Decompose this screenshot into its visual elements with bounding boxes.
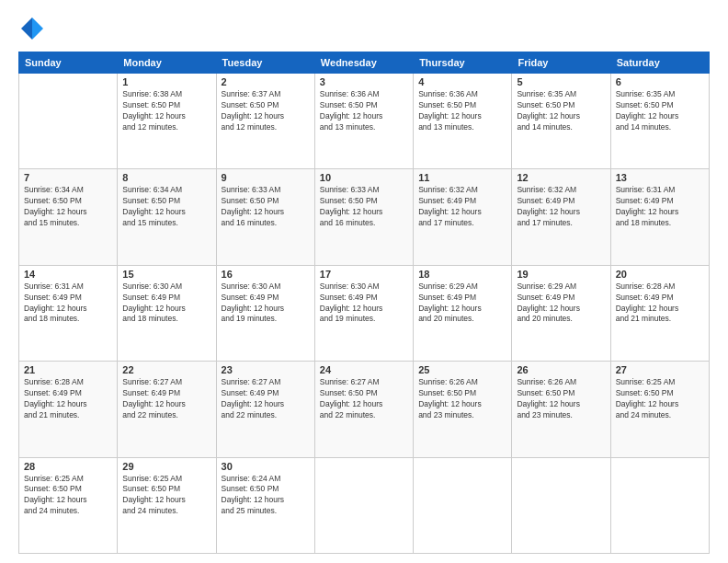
day-number: 23 [222,364,310,375]
calendar-cell: 17Sunrise: 6:30 AM Sunset: 6:49 PM Dayli… [314,265,413,361]
day-info: Sunrise: 6:36 AM Sunset: 6:50 PM Dayligh… [320,89,408,133]
day-header-thursday: Thursday [414,52,512,74]
day-header-tuesday: Tuesday [216,52,314,74]
day-number: 13 [616,172,704,183]
day-info: Sunrise: 6:37 AM Sunset: 6:50 PM Dayligh… [222,89,310,133]
day-info: Sunrise: 6:27 AM Sunset: 6:50 PM Dayligh… [320,377,408,421]
day-header-wednesday: Wednesday [314,52,413,74]
calendar-cell: 14Sunrise: 6:31 AM Sunset: 6:49 PM Dayli… [19,265,118,361]
calendar-week-1: 1Sunrise: 6:38 AM Sunset: 6:50 PM Daylig… [19,74,710,169]
day-number: 20 [616,269,704,280]
day-info: Sunrise: 6:35 AM Sunset: 6:50 PM Dayligh… [517,89,605,133]
day-info: Sunrise: 6:28 AM Sunset: 6:49 PM Dayligh… [24,377,112,421]
page: SundayMondayTuesdayWednesdayThursdayFrid… [0,0,728,563]
day-info: Sunrise: 6:31 AM Sunset: 6:49 PM Dayligh… [24,282,112,326]
calendar-cell: 7Sunrise: 6:34 AM Sunset: 6:50 PM Daylig… [19,169,118,265]
calendar-cell: 16Sunrise: 6:30 AM Sunset: 6:49 PM Dayli… [216,265,314,361]
day-number: 21 [24,364,112,375]
calendar-header-row: SundayMondayTuesdayWednesdayThursdayFrid… [19,52,710,74]
header [18,15,710,42]
day-number: 26 [517,364,605,375]
day-number: 25 [418,364,506,375]
calendar-week-5: 28Sunrise: 6:25 AM Sunset: 6:50 PM Dayli… [19,457,710,553]
day-number: 17 [320,269,408,280]
day-info: Sunrise: 6:30 AM Sunset: 6:49 PM Dayligh… [320,282,408,326]
day-info: Sunrise: 6:34 AM Sunset: 6:50 PM Dayligh… [24,185,112,229]
day-info: Sunrise: 6:24 AM Sunset: 6:50 PM Dayligh… [222,474,310,518]
svg-marker-1 [21,17,32,40]
day-info: Sunrise: 6:36 AM Sunset: 6:50 PM Dayligh… [418,89,506,133]
calendar-week-3: 14Sunrise: 6:31 AM Sunset: 6:49 PM Dayli… [19,265,710,361]
day-number: 28 [24,461,112,472]
day-info: Sunrise: 6:30 AM Sunset: 6:49 PM Dayligh… [222,282,310,326]
day-number: 6 [616,76,704,87]
calendar-cell: 6Sunrise: 6:35 AM Sunset: 6:50 PM Daylig… [610,74,709,169]
day-number: 11 [418,172,506,183]
day-info: Sunrise: 6:33 AM Sunset: 6:50 PM Dayligh… [222,185,310,229]
calendar-cell [19,74,118,169]
day-number: 30 [222,461,310,472]
day-number: 12 [517,172,605,183]
calendar-cell: 23Sunrise: 6:27 AM Sunset: 6:49 PM Dayli… [216,362,314,457]
calendar-cell: 3Sunrise: 6:36 AM Sunset: 6:50 PM Daylig… [314,74,413,169]
calendar-cell: 19Sunrise: 6:29 AM Sunset: 6:49 PM Dayli… [512,265,610,361]
day-header-sunday: Sunday [19,52,118,74]
day-header-friday: Friday [512,52,610,74]
day-number: 10 [320,172,408,183]
day-number: 5 [517,76,605,87]
day-number: 24 [320,364,408,375]
day-number: 18 [418,269,506,280]
calendar-cell [314,457,413,553]
day-info: Sunrise: 6:32 AM Sunset: 6:49 PM Dayligh… [418,185,506,229]
day-info: Sunrise: 6:25 AM Sunset: 6:50 PM Dayligh… [616,377,704,421]
calendar-cell: 13Sunrise: 6:31 AM Sunset: 6:49 PM Dayli… [610,169,709,265]
day-info: Sunrise: 6:25 AM Sunset: 6:50 PM Dayligh… [24,474,112,518]
calendar-cell: 1Sunrise: 6:38 AM Sunset: 6:50 PM Daylig… [118,74,216,169]
day-number: 7 [24,172,112,183]
calendar-cell: 29Sunrise: 6:25 AM Sunset: 6:50 PM Dayli… [118,457,216,553]
day-info: Sunrise: 6:28 AM Sunset: 6:49 PM Dayligh… [616,282,704,326]
calendar-cell [414,457,512,553]
calendar-week-2: 7Sunrise: 6:34 AM Sunset: 6:50 PM Daylig… [19,169,710,265]
day-number: 3 [320,76,408,87]
calendar-cell: 30Sunrise: 6:24 AM Sunset: 6:50 PM Dayli… [216,457,314,553]
calendar-cell: 15Sunrise: 6:30 AM Sunset: 6:49 PM Dayli… [118,265,216,361]
calendar-cell: 4Sunrise: 6:36 AM Sunset: 6:50 PM Daylig… [414,74,512,169]
calendar-cell [610,457,709,553]
calendar-cell: 9Sunrise: 6:33 AM Sunset: 6:50 PM Daylig… [216,169,314,265]
day-number: 4 [418,76,506,87]
day-header-saturday: Saturday [610,52,709,74]
day-info: Sunrise: 6:26 AM Sunset: 6:50 PM Dayligh… [517,377,605,421]
calendar-cell: 18Sunrise: 6:29 AM Sunset: 6:49 PM Dayli… [414,265,512,361]
day-number: 15 [122,269,210,280]
calendar-cell: 8Sunrise: 6:34 AM Sunset: 6:50 PM Daylig… [118,169,216,265]
day-number: 22 [122,364,210,375]
calendar-cell: 10Sunrise: 6:33 AM Sunset: 6:50 PM Dayli… [314,169,413,265]
day-info: Sunrise: 6:27 AM Sunset: 6:49 PM Dayligh… [122,377,210,421]
day-info: Sunrise: 6:38 AM Sunset: 6:50 PM Dayligh… [122,89,210,133]
calendar-cell: 27Sunrise: 6:25 AM Sunset: 6:50 PM Dayli… [610,362,709,457]
calendar-cell: 12Sunrise: 6:32 AM Sunset: 6:49 PM Dayli… [512,169,610,265]
day-header-monday: Monday [118,52,216,74]
calendar-cell: 20Sunrise: 6:28 AM Sunset: 6:49 PM Dayli… [610,265,709,361]
day-number: 9 [222,172,310,183]
day-info: Sunrise: 6:35 AM Sunset: 6:50 PM Dayligh… [616,89,704,133]
calendar-cell: 26Sunrise: 6:26 AM Sunset: 6:50 PM Dayli… [512,362,610,457]
day-info: Sunrise: 6:34 AM Sunset: 6:50 PM Dayligh… [122,185,210,229]
calendar-cell: 21Sunrise: 6:28 AM Sunset: 6:49 PM Dayli… [19,362,118,457]
day-number: 1 [122,76,210,87]
day-info: Sunrise: 6:30 AM Sunset: 6:49 PM Dayligh… [122,282,210,326]
logo-icon [18,15,46,42]
day-info: Sunrise: 6:33 AM Sunset: 6:50 PM Dayligh… [320,185,408,229]
calendar-cell: 11Sunrise: 6:32 AM Sunset: 6:49 PM Dayli… [414,169,512,265]
logo [18,15,50,42]
svg-marker-0 [32,17,43,40]
day-number: 29 [122,461,210,472]
day-info: Sunrise: 6:27 AM Sunset: 6:49 PM Dayligh… [222,377,310,421]
day-number: 16 [222,269,310,280]
calendar-cell [512,457,610,553]
calendar-cell: 2Sunrise: 6:37 AM Sunset: 6:50 PM Daylig… [216,74,314,169]
calendar-cell: 25Sunrise: 6:26 AM Sunset: 6:50 PM Dayli… [414,362,512,457]
day-number: 19 [517,269,605,280]
day-info: Sunrise: 6:32 AM Sunset: 6:49 PM Dayligh… [517,185,605,229]
